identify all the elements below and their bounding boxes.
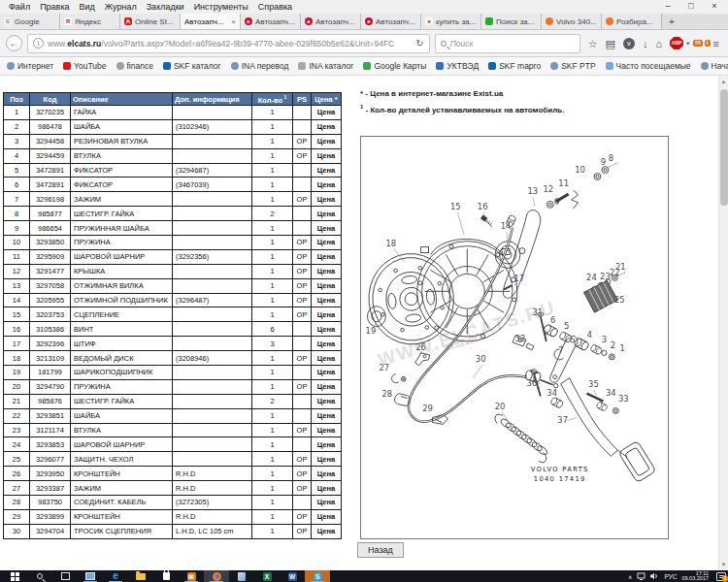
tab-7[interactable]: якупить за... xyxy=(421,14,481,29)
price-link[interactable]: Цена xyxy=(312,207,342,221)
price-link[interactable]: Цена xyxy=(312,236,342,250)
taskbar-outlook[interactable]: ✉ xyxy=(179,570,204,582)
taskbar-skype[interactable]: S xyxy=(305,570,330,582)
back-nav-icon[interactable]: ← xyxy=(6,35,22,51)
taskbar-windows-store[interactable] xyxy=(153,570,179,582)
tab-2[interactable]: AOnline St... xyxy=(120,14,181,29)
menu-item-0[interactable]: Файл xyxy=(4,2,35,12)
back-button[interactable]: Назад xyxy=(357,542,404,558)
action-center-icon[interactable]: 1 xyxy=(716,572,726,581)
tab-0[interactable]: GGoogle xyxy=(0,14,60,29)
price-link[interactable]: Цена xyxy=(312,106,342,120)
bookmark-5[interactable]: INA каталог xyxy=(298,61,353,71)
price-link[interactable]: Цена xyxy=(312,467,342,481)
bookmark-10[interactable]: Часто посещаемые xyxy=(606,61,691,71)
price-link[interactable]: Цена xyxy=(312,192,342,207)
tray-chevron-icon[interactable]: ∧ xyxy=(628,573,632,580)
page-scrollbar[interactable]: ▲ ▼ xyxy=(718,76,728,570)
price-link[interactable]: Цена xyxy=(312,351,342,366)
close-button[interactable]: × xyxy=(703,0,726,14)
taskbar-search-button[interactable] xyxy=(27,570,52,582)
taskbar-task-view-button[interactable] xyxy=(52,570,78,582)
download-icon[interactable]: ↓ xyxy=(643,38,648,49)
menu-item-1[interactable]: Правка xyxy=(35,2,74,12)
hamburger-menu-icon[interactable]: ≡ xyxy=(713,38,719,49)
tab-10[interactable]: Розбира... xyxy=(602,14,662,29)
tab-close-icon[interactable]: × xyxy=(231,17,236,26)
maximize-button[interactable]: □ xyxy=(679,0,703,14)
bookmark-4[interactable]: INA перевод xyxy=(231,61,289,71)
tab-9[interactable]: Volvo 340... xyxy=(542,14,602,29)
price-link[interactable]: Цена xyxy=(312,366,342,380)
taskbar-start-button[interactable] xyxy=(2,570,27,582)
price-link[interactable]: Цена xyxy=(312,379,342,394)
bookmark-6[interactable]: Google Карты xyxy=(363,61,426,71)
price-link[interactable]: Цена xyxy=(312,408,342,423)
clock[interactable]: 17:1109.03.2017 xyxy=(681,571,709,582)
bookmark-0[interactable]: Интернет xyxy=(7,61,53,71)
adblock-caret-icon[interactable]: ▾ xyxy=(686,40,690,48)
price-link[interactable]: Цена xyxy=(312,221,342,236)
price-link[interactable]: Цена xyxy=(312,119,342,134)
price-link[interactable]: Цена xyxy=(312,264,342,278)
network-icon[interactable] xyxy=(637,572,645,580)
price-link[interactable]: Цена xyxy=(312,278,342,293)
adblock-icon[interactable]: ABP xyxy=(670,37,683,49)
menu-item-2[interactable]: Вид xyxy=(75,2,100,12)
price-link[interactable]: Цена xyxy=(312,163,342,178)
price-link[interactable]: Цена xyxy=(312,178,342,192)
menu-item-4[interactable]: Закладки xyxy=(142,2,189,12)
search-input[interactable]: Поиск xyxy=(435,34,580,53)
price-link[interactable]: Цена xyxy=(312,496,342,510)
bookmark-2[interactable]: finance xyxy=(116,61,153,71)
tab-1[interactable]: ЯЯндекс xyxy=(60,14,120,29)
price-link[interactable]: Цена xyxy=(312,337,342,351)
site-info-icon[interactable]: i xyxy=(33,38,44,48)
price-link[interactable]: Цена xyxy=(312,524,342,538)
menu-item-6[interactable]: Справка xyxy=(253,2,297,12)
menu-item-3[interactable]: Журнал xyxy=(100,2,142,12)
minimize-button[interactable]: – xyxy=(656,0,679,14)
price-link[interactable]: Цена xyxy=(312,322,342,337)
bookmark-9[interactable]: SKF PTP xyxy=(550,61,595,71)
library-icon[interactable]: ▤ xyxy=(606,38,615,49)
bookmark-3[interactable]: SKF каталог xyxy=(163,61,221,71)
taskbar-word[interactable]: W xyxy=(280,570,305,582)
price-link[interactable]: Цена xyxy=(312,452,342,467)
bookmark-8[interactable]: SKF mapro xyxy=(488,61,541,71)
url-text[interactable]: www.elcats.ru/volvo/Parts.aspx?Model=a6f… xyxy=(48,39,412,48)
scroll-down-arrow[interactable]: ▼ xyxy=(719,559,728,570)
taskbar-notes-app[interactable] xyxy=(229,570,254,582)
new-tab-button[interactable]: + xyxy=(662,14,681,29)
price-link[interactable]: Цена xyxy=(312,134,342,148)
taskbar-file-explorer[interactable] xyxy=(128,570,153,582)
url-bar[interactable]: i www.elcats.ru/volvo/Parts.aspx?Model=a… xyxy=(27,34,430,53)
reload-icon[interactable]: ↻ xyxy=(415,38,423,48)
language-indicator[interactable]: РУС xyxy=(664,573,677,580)
tab-3[interactable]: Автозапч...× xyxy=(181,14,241,29)
price-link[interactable]: Цена xyxy=(312,423,342,437)
tab-6[interactable]: eАвтозапч... xyxy=(361,14,421,29)
taskbar-edge-browser[interactable]: e xyxy=(103,570,128,582)
price-link[interactable]: Цена xyxy=(312,437,342,452)
scroll-up-arrow[interactable]: ▲ xyxy=(719,76,728,87)
bookmark-7[interactable]: УКТВЭД xyxy=(436,61,479,71)
tab-4[interactable]: eАвтозапч... xyxy=(241,14,301,29)
price-link[interactable]: Цена xyxy=(312,307,342,322)
taskbar-firefox[interactable] xyxy=(204,570,229,582)
home-icon[interactable]: ⌂ xyxy=(655,38,662,49)
tab-8[interactable]: Поиск за... xyxy=(481,14,542,29)
price-link[interactable]: Цена xyxy=(312,394,342,408)
price-link[interactable]: Цена xyxy=(312,481,342,496)
bookmark-star-icon[interactable]: ☆ xyxy=(588,38,598,49)
bookmark-1[interactable]: YouTube xyxy=(63,61,106,71)
pocket-icon[interactable]: ∨ xyxy=(623,38,635,49)
volume-icon[interactable] xyxy=(650,572,659,580)
bookmark-11[interactable]: Начальная страница xyxy=(701,61,728,71)
taskbar-excel[interactable]: X xyxy=(254,570,280,582)
price-link[interactable]: Цена xyxy=(312,509,342,524)
scrollbar-thumb[interactable] xyxy=(720,89,728,206)
price-link[interactable]: Цена xyxy=(312,293,342,307)
price-link[interactable]: Цена xyxy=(312,249,342,264)
tab-5[interactable]: eАвтозапч... xyxy=(301,14,361,29)
